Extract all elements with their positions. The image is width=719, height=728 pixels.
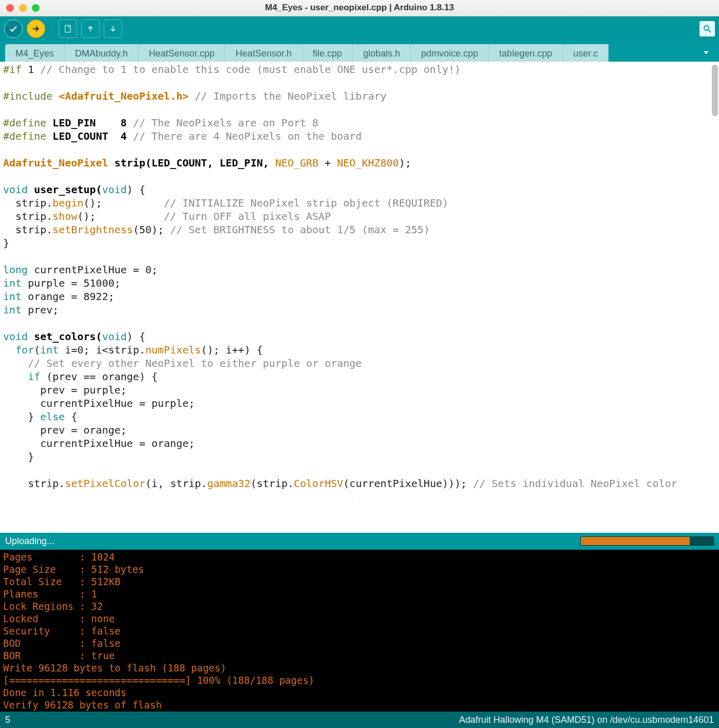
arrow-down-icon bbox=[108, 24, 118, 33]
code-token: (prev == orange) { bbox=[40, 370, 158, 383]
code-token: #if bbox=[3, 63, 22, 76]
console-line: Lock Regions : 32 bbox=[3, 601, 103, 612]
tab-m4-eyes[interactable]: M4_Eyes bbox=[5, 44, 65, 62]
code-editor[interactable]: #if 1 // Change to 1 to enable this code… bbox=[0, 62, 719, 533]
chevron-down-icon bbox=[703, 49, 710, 56]
tab-pdmvoice-cpp[interactable]: pdmvoice.cpp bbox=[411, 44, 489, 62]
console-line: BOD : false bbox=[3, 638, 121, 649]
line-number: 5 bbox=[5, 715, 10, 725]
code-token: ) { bbox=[127, 330, 145, 343]
code-token: // Sets individual NeoPixel color bbox=[473, 477, 677, 490]
code-token: LED_PIN 8 bbox=[46, 117, 133, 129]
tab-user-c[interactable]: user.c bbox=[563, 44, 609, 62]
tabs-more-button[interactable] bbox=[701, 47, 712, 60]
code-token: orange = 8922; bbox=[22, 290, 115, 303]
code-token: if bbox=[3, 370, 40, 383]
console-line: Planes : 1 bbox=[3, 588, 97, 600]
code-token: currentPixelHue = 0; bbox=[28, 264, 158, 276]
code-token: set_colors( bbox=[28, 330, 102, 343]
console-line: [==============================] 100% (1… bbox=[3, 675, 314, 686]
code-token: int bbox=[3, 277, 22, 289]
code-token: int bbox=[3, 304, 22, 316]
svg-rect-1 bbox=[65, 25, 71, 32]
code-token: // Turn OFF all pixels ASAP bbox=[164, 210, 331, 222]
code-token: // Set every other NeoPixel to either pu… bbox=[3, 357, 362, 369]
code-token: void bbox=[3, 330, 28, 343]
arrow-right-icon bbox=[31, 24, 41, 33]
code-token: void bbox=[102, 330, 127, 343]
code-token: ); bbox=[399, 157, 411, 169]
code-token: #define bbox=[3, 117, 46, 129]
console-line: Pages : 1024 bbox=[3, 551, 115, 563]
code-token: (); i++) { bbox=[201, 344, 262, 356]
code-token: prev; bbox=[22, 304, 59, 316]
code-token: // Imports the NeoPixel library bbox=[188, 90, 386, 102]
code-token: (); bbox=[78, 210, 164, 222]
code-token: prev = orange; bbox=[3, 424, 127, 436]
serial-monitor-button[interactable] bbox=[699, 21, 715, 36]
new-button[interactable] bbox=[59, 20, 77, 38]
save-button[interactable] bbox=[104, 20, 122, 38]
code-token: 1 bbox=[22, 63, 40, 76]
code-token: strip. bbox=[3, 197, 52, 209]
window-title: M4_Eyes - user_neopixel.cpp | Arduino 1.… bbox=[0, 3, 719, 13]
code-token: // Change to 1 to enable this code (must… bbox=[40, 63, 461, 76]
code-token: int bbox=[3, 290, 22, 303]
code-token: int bbox=[40, 344, 59, 356]
pane-resize-handle[interactable]: ◦ bbox=[3, 492, 716, 506]
svg-line-5 bbox=[708, 30, 711, 32]
code-token: NEO_GRB bbox=[275, 157, 318, 169]
tab-file-cpp[interactable]: file.cpp bbox=[302, 44, 353, 62]
code-token: ) { bbox=[127, 183, 145, 196]
code-token: void bbox=[3, 183, 28, 196]
console-line: Page Size : 512 bytes bbox=[3, 564, 144, 575]
console-line: Total Size : 512KB bbox=[3, 576, 121, 587]
arrow-up-icon bbox=[86, 24, 95, 33]
svg-point-4 bbox=[704, 26, 709, 30]
console-line: Write 96128 bytes to flash (188 pages) bbox=[3, 662, 226, 674]
code-token: (strip. bbox=[251, 477, 294, 490]
code-token: user_setup( bbox=[28, 183, 102, 196]
code-token: Adafruit_NeoPixel bbox=[3, 157, 108, 169]
file-icon bbox=[63, 24, 72, 33]
code-token: } bbox=[3, 451, 34, 463]
upload-progressbar bbox=[580, 536, 714, 546]
code-token: strip. bbox=[3, 223, 52, 236]
code-token: #include bbox=[3, 90, 59, 102]
code-token: // The NeoPixels are on Port 8 bbox=[133, 117, 318, 129]
console-line: Verify 96128 bytes of flash bbox=[3, 699, 162, 711]
code-token: long bbox=[3, 264, 28, 276]
svg-marker-6 bbox=[704, 51, 708, 54]
code-token: (currentPixelHue))); bbox=[343, 477, 473, 490]
upload-button[interactable] bbox=[27, 20, 45, 38]
code-token: <Adafruit_NeoPixel.h> bbox=[59, 90, 188, 102]
output-console[interactable]: Pages : 1024 Page Size : 512 bytes Total… bbox=[0, 550, 719, 712]
code-token: // There are 4 NeoPixels on the board bbox=[133, 130, 362, 142]
tab-bar: M4_Eyes DMAbuddy.h HeatSensor.cpp HeatSe… bbox=[0, 41, 719, 62]
code-token: (50); bbox=[133, 223, 170, 236]
code-token: setPixelColor bbox=[65, 477, 145, 490]
verify-button[interactable] bbox=[4, 20, 23, 38]
console-line: BOR : true bbox=[3, 650, 115, 661]
code-token: currentPixelHue = orange; bbox=[3, 437, 195, 450]
tab-heatsensor-cpp[interactable]: HeatSensor.cpp bbox=[139, 44, 225, 62]
code-token: currentPixelHue = purple; bbox=[3, 397, 195, 409]
code-token: purple = 51000; bbox=[22, 277, 121, 289]
tab-tablegen-cpp[interactable]: tablegen.cpp bbox=[489, 44, 563, 62]
code-token: numPixels bbox=[145, 344, 201, 356]
code-token: } bbox=[3, 410, 40, 423]
code-token: begin bbox=[52, 197, 83, 209]
code-token: prev = purple; bbox=[3, 384, 127, 396]
tab-globals-h[interactable]: globals.h bbox=[353, 44, 411, 62]
code-token: setBrightness bbox=[52, 223, 133, 236]
code-token: (i, strip. bbox=[145, 477, 207, 490]
status-text: Uploading... bbox=[5, 536, 54, 547]
console-line: Security : false bbox=[3, 625, 121, 637]
code-token: } bbox=[3, 237, 9, 249]
open-button[interactable] bbox=[81, 20, 100, 38]
code-token: show bbox=[52, 210, 77, 222]
scrollbar[interactable] bbox=[712, 65, 718, 116]
tab-dmabuddy[interactable]: DMAbuddy.h bbox=[65, 44, 139, 62]
code-token: ( bbox=[34, 344, 40, 356]
tab-heatsensor-h[interactable]: HeatSensor.h bbox=[225, 44, 302, 62]
